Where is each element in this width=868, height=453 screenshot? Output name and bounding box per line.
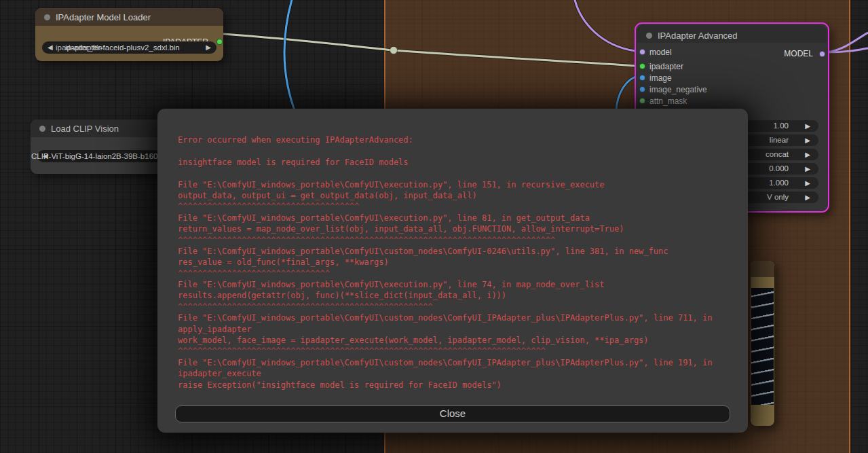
traceback-line: apply_ipadapter: [178, 324, 736, 335]
widget-value: V only: [767, 193, 789, 201]
node-graph-canvas[interactable]: IPAdapter Model Loader IPADAPTER ipadapt…: [0, 0, 868, 453]
output-label-model: MODEL: [784, 49, 813, 58]
widget-next-icon[interactable]: ▶: [805, 194, 810, 201]
widget-ipadapter-file[interactable]: ipadapter_file ip-adapter-faceid-plusv2_…: [42, 41, 216, 54]
traceback-caret-line: ^^^^^^^^^^^^^^^^^^^^^^^^^^^^^^^^^^^^^^^^…: [178, 346, 736, 357]
node-titlebar[interactable]: [751, 261, 774, 277]
input-port-ipadapter[interactable]: [639, 63, 645, 69]
traceback-line: [178, 168, 736, 179]
traceback-line: ipadapter_execute: [178, 368, 736, 379]
widget-value: ip-adapter-faceid-plusv2_sdxl.bin: [65, 43, 180, 52]
node-image-preview[interactable]: [751, 261, 774, 426]
input-label-image: image: [649, 73, 672, 83]
input-port-attn_mask[interactable]: [639, 98, 645, 104]
traceback-line: results.append(getattr(obj, func)(**slic…: [178, 290, 736, 301]
input-label-attn_mask: attn_mask: [649, 96, 687, 106]
traceback-caret-line: ^^^^^^^^^^^^^^^^^^^^^^^^^^^^^^^^^^^^^: [178, 201, 736, 212]
traceback-line: work_model, face_image = ipadapter_execu…: [178, 335, 736, 346]
widget-prev-icon[interactable]: ◀: [43, 152, 48, 160]
input-port-image[interactable]: [639, 75, 645, 81]
widget-next-icon[interactable]: ▶: [805, 165, 810, 173]
traceback-line: File "E:\ComfyUI_windows_portable\ComfyU…: [178, 179, 736, 190]
traceback-caret-line: ^^^^^^^^^^^^^^^^^^^^^^^^^^^^^^^^^^^^^^^^…: [178, 302, 736, 312]
input-port-image_negative[interactable]: [639, 86, 645, 92]
traceback-line: File "E:\ComfyUI_windows_portable\ComfyU…: [178, 246, 736, 257]
widget-value: linear: [770, 136, 789, 144]
traceback-line: File "E:\ComfyUI_windows_portable\ComfyU…: [178, 312, 736, 323]
widget-value: 1.00: [774, 122, 789, 130]
input-label-ipadapter: ipadapter: [649, 62, 683, 71]
output-port-ipadapter[interactable]: [216, 39, 223, 45]
traceback-line: File "E:\ComfyUI_windows_portable\ComfyU…: [178, 357, 736, 368]
widget-next-icon[interactable]: ▶: [206, 43, 211, 52]
widget-value: 1.000: [769, 179, 789, 187]
collapse-dot-icon[interactable]: [44, 14, 50, 20]
widget-next-icon[interactable]: ▶: [805, 151, 810, 158]
wire-image-left-shadow: [284, 0, 297, 115]
error-dialog: Error occurred when executing IPAdapterA…: [157, 109, 748, 433]
widget-prev-icon[interactable]: ◀: [48, 43, 53, 52]
traceback-line: Error occurred when executing IPAdapterA…: [178, 134, 736, 145]
traceback-line: [178, 145, 736, 156]
node-ipadapter-model-loader[interactable]: IPAdapter Model Loader IPADAPTER ipadapt…: [35, 8, 223, 61]
traceback-line: output_data, output_ui = get_output_data…: [178, 190, 736, 201]
collapse-dot-icon[interactable]: [39, 126, 45, 132]
input-label-image_negative: image_negative: [649, 85, 707, 94]
node-titlebar[interactable]: IPAdapter Advanced: [637, 25, 827, 43]
input-port-model[interactable]: [639, 49, 645, 55]
wire-image-left: [284, 0, 297, 115]
traceback: Error occurred when executing IPAdapterA…: [178, 134, 736, 391]
traceback-line: File "E:\ComfyUI_windows_portable\ComfyU…: [178, 213, 736, 223]
traceback-caret-line: ^^^^^^^^^^^^^^^^^^^^^^^^^^^^^^^^^^^^^^^^…: [178, 235, 736, 246]
node-title: Load CLIP Vision: [51, 124, 119, 134]
traceback-line: File "E:\ComfyUI_windows_portable\ComfyU…: [178, 279, 736, 290]
preview-image: [751, 288, 774, 405]
traceback-line: res_value = old_func(*final_args, **kwar…: [178, 257, 736, 268]
widget-next-icon[interactable]: ▶: [805, 179, 810, 187]
widget-next-icon[interactable]: ▶: [805, 137, 810, 144]
traceback-line: raise Exception("insightface model is re…: [178, 380, 736, 391]
traceback-line: return_values = map_node_over_list(obj, …: [178, 223, 736, 234]
traceback-line: insightface model is required for FaceID…: [178, 157, 736, 168]
node-title: IPAdapter Model Loader: [56, 12, 151, 22]
widget-value: 0.000: [769, 164, 789, 173]
output-port-model[interactable]: [819, 51, 825, 57]
traceback-caret-line: ^^^^^^^^^^^^^^^^^^^^^^^^^^^^^^^: [178, 268, 736, 279]
widget-next-icon[interactable]: ▶: [805, 122, 810, 130]
input-label-model: model: [649, 48, 672, 57]
widget-value: concat: [766, 150, 789, 158]
node-title: IPAdapter Advanced: [658, 31, 738, 41]
close-button[interactable]: Close: [175, 405, 730, 422]
collapse-dot-icon[interactable]: [646, 33, 652, 39]
node-titlebar[interactable]: IPAdapter Model Loader: [35, 8, 223, 26]
